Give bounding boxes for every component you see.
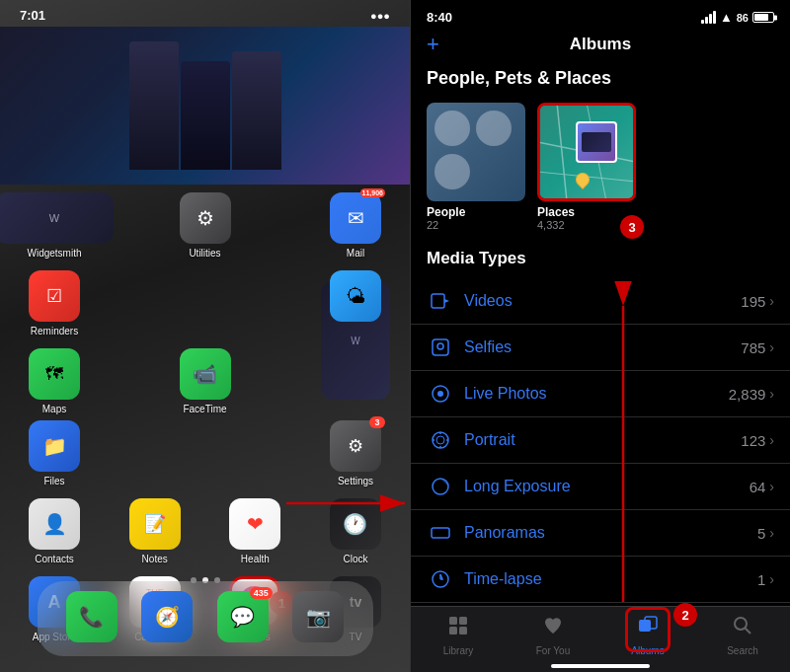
add-album-button[interactable]: + [427,32,439,57]
svg-rect-19 [432,528,449,538]
live-photos-label: Live Photos [464,385,729,403]
tab-albums[interactable]: Albums 2 [600,615,695,656]
media-row-portrait[interactable]: Portrait 123 › [411,417,790,464]
svg-line-29 [746,629,751,635]
album-places-map [540,106,633,198]
app-item-files[interactable]: 📁 Files [20,420,89,486]
places-photo-thumb [576,121,617,163]
selfies-icon [427,334,454,361]
app-item-reminders[interactable]: ☑ Reminders [20,270,89,336]
dock-camera[interactable]: 📷 [283,591,353,646]
app-item-utilities[interactable]: ⚙ Utilities [171,192,240,259]
library-icon [447,615,469,642]
long-exposure-label: Long Exposure [464,478,750,495]
album-people[interactable]: People 22 [427,103,525,231]
videos-label: Videos [464,292,741,310]
blur-face-2 [476,111,512,146]
album-people-blur [427,103,525,201]
media-row-long-exposure[interactable]: Long Exposure 64 › [411,464,790,510]
row4: 📁 Files ⚙ 3 Settings [20,420,390,486]
dock: 📞 🧭 💬 435 📷 [38,581,373,656]
widgetsmith-row: W Widgetsmith ⚙ Utilities ✉ 11,906 Mail [20,192,390,259]
search-label: Search [727,645,758,656]
app-item-maps[interactable]: 🗺 Maps [20,348,89,414]
for-you-icon [542,615,564,642]
panoramas-icon [427,519,454,547]
for-you-label: For You [536,645,570,656]
app-item-mail[interactable]: ✉ 11,906 Mail [321,192,390,259]
media-row-live-photos[interactable]: Live Photos 2,839 › [411,371,790,417]
long-exposure-icon [427,473,454,500]
app-item-clock[interactable]: 🕐 Clock [321,498,390,564]
media-types-list: Videos 195 › Selfies 785 › Live Photos 2… [411,274,790,607]
facetime-icon: 📹 [180,348,231,400]
places-label: Places [537,205,636,219]
svg-point-13 [436,436,444,444]
camera-icon: 📷 [292,591,344,642]
spacer-photo: W [321,348,390,414]
app-item-widgetsmith-large[interactable]: W Widgetsmith [20,192,89,259]
albums-tab-box [625,607,671,652]
svg-rect-25 [459,627,467,635]
media-row-videos[interactable]: Videos 195 › [411,278,790,325]
app-item-notes[interactable]: 📝 Notes [120,498,190,564]
media-row-panoramas[interactable]: Panoramas 5 › [411,510,790,557]
media-row-selfies[interactable]: Selfies 785 › [411,325,790,371]
right-status-icons: ▲ 86 [701,10,774,25]
timelapse-chevron: › [769,571,774,587]
tab-search[interactable]: Search [695,615,790,656]
files-icon: 📁 [29,420,80,472]
portrait-chevron: › [769,432,774,448]
phone-icon: 📞 [66,591,118,642]
library-label: Library [443,645,474,656]
bottom-tab-bar: Library For You Albums 2 Search [411,606,790,672]
home-indicator [551,664,650,668]
live-photos-chevron: › [769,386,774,402]
tab-for-you[interactable]: For You [506,615,600,656]
safari-icon: 🧭 [141,591,193,642]
selfies-label: Selfies [464,338,741,356]
dock-messages[interactable]: 💬 435 [208,591,277,646]
widgetsmith-icon: W [0,192,114,244]
map-pin [576,173,590,187]
app-item-settings[interactable]: ⚙ 3 Settings [321,420,390,486]
weather-icon: 🌤 [330,270,381,322]
svg-point-28 [735,618,747,630]
maps-icon: 🗺 [29,348,80,400]
svg-rect-22 [449,617,457,625]
wifi-icon: ▲ [720,10,733,25]
blur-face-3 [434,154,470,189]
row5: 👤 Contacts 📝 Notes ❤ Health 🕐 [20,498,390,564]
hero-image [0,27,410,185]
live-photos-icon [427,380,454,408]
people-pets-places-title: People, Pets & Places [411,62,790,95]
videos-icon [427,287,454,315]
svg-marker-7 [444,299,449,303]
tab-library[interactable]: Library [411,615,506,656]
dock-safari[interactable]: 🧭 [132,591,201,646]
videos-count: 195 [741,293,765,310]
right-status-bar: 8:40 ▲ 86 [411,0,790,31]
annotation-3: 3 [620,215,644,239]
reminders-icon: ☑ [29,270,80,322]
widgetsmith-label: Widgetsmith [27,248,81,259]
album-places-img [537,103,636,201]
media-row-timelapse[interactable]: Time-lapse 1 › [411,557,790,603]
signal-icon [701,11,716,24]
battery-percentage: 86 [737,12,749,24]
left-status-right: ●●● [370,10,390,22]
hero-figures [129,41,281,170]
svg-line-3 [557,103,567,201]
app-item-contacts[interactable]: 👤 Contacts [20,498,89,564]
timelapse-count: 1 [757,571,765,588]
album-places[interactable]: Places 4,332 3 [537,103,636,231]
battery-icon [752,12,774,23]
app-item-health[interactable]: ❤ Health [220,498,289,564]
portrait-label: Portrait [464,431,741,449]
dock-phone[interactable]: 📞 [57,591,126,646]
app-item-facetime[interactable]: 📹 FaceTime [171,348,240,414]
blur-face-1 [434,111,470,146]
search-icon [732,615,753,642]
media-types-title: Media Types [411,243,790,274]
album-people-img [427,103,525,201]
